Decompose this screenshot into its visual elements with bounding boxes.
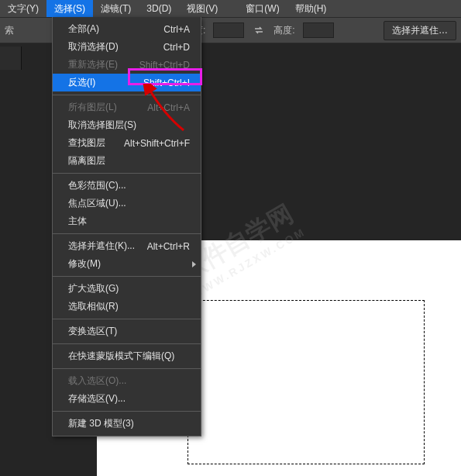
- menu-item-label: 选择并遮住(K)...: [68, 240, 135, 253]
- menu-item-label: 隔离图层: [68, 154, 105, 167]
- menu-item[interactable]: 扩大选取(G): [53, 280, 201, 298]
- menu-item[interactable]: 存储选区(V)...: [53, 390, 201, 408]
- menu-item-shortcut: Alt+Ctrl+A: [147, 102, 190, 113]
- menu-item[interactable]: 修改(M): [53, 255, 201, 273]
- menu-help[interactable]: 帮助(H): [287, 0, 335, 17]
- menu-item-shortcut: Ctrl+A: [163, 24, 190, 35]
- menu-item[interactable]: 隔离图层: [53, 152, 201, 170]
- menu-item-shortcut: Shift+Ctrl+D: [139, 60, 190, 71]
- menu-item[interactable]: 查找图层Alt+Shift+Ctrl+F: [53, 134, 201, 152]
- height-input[interactable]: [303, 22, 334, 38]
- menu-item-label: 载入选区(O)...: [68, 374, 126, 388]
- menu-select[interactable]: 选择(S): [46, 0, 93, 17]
- menu-item-label: 取消选择图层(S): [68, 119, 136, 132]
- menu-item-label: 所有图层(L): [68, 101, 117, 114]
- height-label: 高度:: [274, 24, 294, 37]
- menu-item-label: 存储选区(V)...: [68, 392, 126, 405]
- menu-item-label: 选取相似(R): [68, 300, 119, 313]
- menu-item: 所有图层(L)Alt+Ctrl+A: [53, 98, 201, 116]
- chevron-right-icon: [192, 261, 196, 267]
- menu-item-label: 色彩范围(C)...: [68, 179, 126, 192]
- menu-item-label: 在快速蒙版模式下编辑(Q): [68, 350, 174, 363]
- menu-item[interactable]: 色彩范围(C)...: [53, 177, 201, 195]
- menu-item-label: 查找图层: [68, 136, 105, 150]
- menu-item-label: 修改(M): [68, 257, 101, 271]
- menu-item: 载入选区(O)...: [53, 372, 201, 390]
- menu-item-label: 焦点区域(U)...: [68, 197, 126, 210]
- menu-item[interactable]: 焦点区域(U)...: [53, 195, 201, 212]
- menu-item-shortcut: Ctrl+D: [163, 42, 190, 53]
- menu-item-label: 扩大选取(G): [68, 282, 119, 295]
- select-and-mask-button[interactable]: 选择并遮住…: [384, 21, 456, 40]
- menu-item[interactable]: 新建 3D 模型(3): [53, 415, 201, 433]
- swap-icon[interactable]: [252, 23, 266, 37]
- menu-item-shortcut: Alt+Shift+Ctrl+F: [124, 138, 190, 149]
- menu-item-label: 反选(I): [68, 76, 95, 89]
- menu-item-shortcut: Alt+Ctrl+R: [147, 241, 190, 252]
- menu-item[interactable]: 选择并遮住(K)...Alt+Ctrl+R: [53, 237, 201, 255]
- menu-item: 重新选择(E)Shift+Ctrl+D: [53, 56, 201, 74]
- menu-item-label: 新建 3D 模型(3): [68, 417, 134, 430]
- menu-filter[interactable]: 滤镜(T): [93, 0, 139, 17]
- panel-tab[interactable]: [0, 47, 22, 70]
- width-input[interactable]: [213, 22, 244, 38]
- menu-item[interactable]: 选取相似(R): [53, 298, 201, 316]
- menu-3d[interactable]: 3D(D): [139, 0, 179, 17]
- search-label: 索: [5, 24, 14, 37]
- menu-item[interactable]: 主体: [53, 212, 201, 230]
- menu-text[interactable]: 文字(Y): [0, 0, 46, 17]
- menu-item[interactable]: 取消选择(D)Ctrl+D: [53, 38, 201, 56]
- menu-item-label: 主体: [68, 215, 87, 228]
- select-menu-dropdown: 全部(A)Ctrl+A取消选择(D)Ctrl+D重新选择(E)Shift+Ctr…: [52, 17, 201, 436]
- menu-item-shortcut: Shift+Ctrl+I: [143, 78, 190, 88]
- menu-item-label: 取消选择(D): [68, 40, 119, 53]
- menubar: 文字(Y) 选择(S) 滤镜(T) 3D(D) 视图(V) 窗口(W) 帮助(H…: [0, 0, 461, 17]
- menu-item[interactable]: 变换选区(T): [53, 323, 201, 340]
- menu-item-label: 变换选区(T): [68, 325, 117, 338]
- menu-item[interactable]: 在快速蒙版模式下编辑(Q): [53, 347, 201, 365]
- menu-item[interactable]: 取消选择图层(S): [53, 116, 201, 134]
- menu-item-label: 全部(A): [68, 22, 99, 36]
- menu-item[interactable]: 全部(A)Ctrl+A: [53, 20, 201, 38]
- menu-view[interactable]: 视图(V): [179, 0, 225, 17]
- menu-window[interactable]: 窗口(W): [238, 0, 287, 17]
- menu-item-label: 重新选择(E): [68, 58, 118, 71]
- menu-item[interactable]: 反选(I)Shift+Ctrl+I: [53, 74, 201, 91]
